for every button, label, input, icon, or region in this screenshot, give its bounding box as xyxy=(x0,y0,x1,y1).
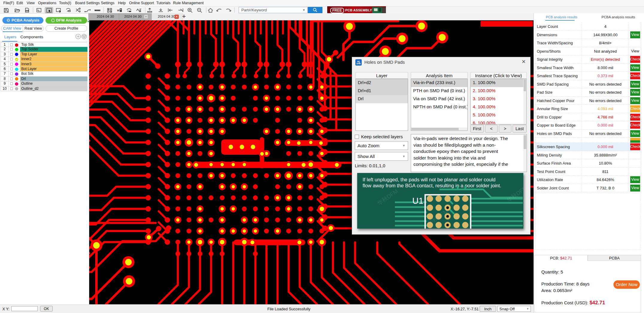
svg-text:w: w xyxy=(117,9,119,12)
svg-text:PDF: PDF xyxy=(26,10,28,11)
svg-text:U1: U1 xyxy=(412,196,423,206)
svg-text:华秋DFM: 华秋DFM xyxy=(505,185,523,203)
svg-text:DRC: DRC xyxy=(139,10,141,12)
svg-text:华秋DFM: 华秋DFM xyxy=(376,188,399,207)
